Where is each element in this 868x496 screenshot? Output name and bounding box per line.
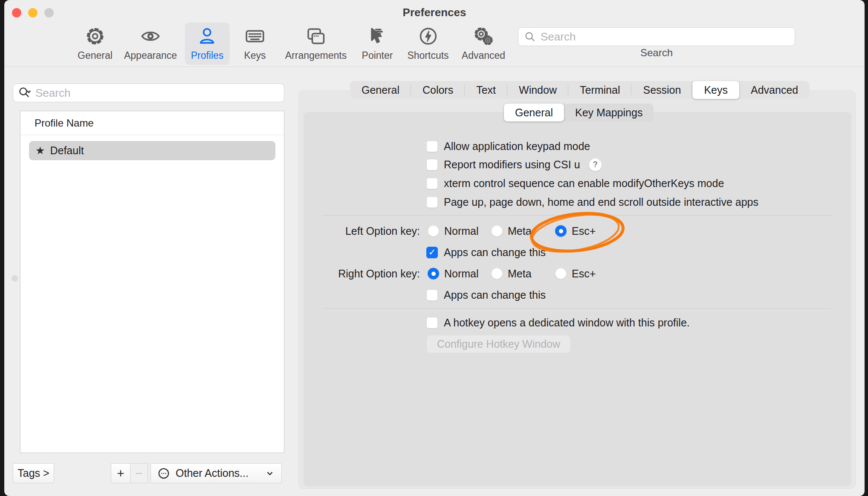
profile-list-item-default[interactable]: ★ Default — [29, 141, 275, 160]
radio-meta[interactable] — [491, 268, 503, 280]
tab-keys[interactable]: Keys — [692, 81, 739, 99]
windows-stack-icon — [305, 25, 327, 47]
section-divider — [322, 215, 832, 216]
toolbar-item-shortcuts[interactable]: Shortcuts — [401, 23, 454, 65]
toolbar-item-appearance[interactable]: Appearance — [118, 23, 183, 65]
eye-icon — [139, 25, 162, 47]
toolbar-search-input[interactable] — [541, 30, 790, 43]
tags-button-label: Tags > — [17, 467, 49, 479]
radio-normal-selected[interactable] — [428, 268, 439, 280]
checkbox-label: Page up, page down, home and end scroll … — [444, 196, 758, 208]
page-scroll-checkbox[interactable] — [426, 196, 438, 208]
bolt-circle-icon — [417, 25, 439, 47]
toolbar-item-label: Profiles — [191, 50, 224, 61]
keypad-mode-checkbox[interactable] — [426, 141, 438, 152]
profile-section-tabs: General Colors Text Window Terminal Sess… — [350, 81, 810, 99]
right-apps-change-checkbox[interactable] — [426, 289, 438, 301]
toolbar-item-general[interactable]: General — [72, 23, 119, 65]
tab-text[interactable]: Text — [465, 81, 507, 99]
preferences-toolbar: General Appearance Profiles — [4, 0, 865, 67]
other-actions-dropdown[interactable]: Other Actions... — [150, 463, 282, 483]
toolbar-item-label: General — [78, 50, 113, 61]
preferences-window: Preferences General Appea — [4, 0, 865, 496]
gear-icon — [84, 25, 106, 47]
toolbar-search-caption: Search — [518, 47, 795, 59]
search-menu-icon — [17, 86, 32, 100]
left-option-meta[interactable]: Meta — [491, 225, 532, 237]
left-option-normal[interactable]: Normal — [428, 225, 479, 237]
toolbar-item-label: Arrangements — [285, 50, 347, 61]
radio-esc[interactable] — [555, 268, 567, 280]
search-icon — [524, 30, 536, 43]
toolbar-item-label: Shortcuts — [407, 50, 448, 61]
right-apps-change-row: Apps can change this — [426, 287, 546, 303]
right-option-meta[interactable]: Meta — [491, 268, 532, 280]
subtab-general[interactable]: General — [504, 104, 564, 121]
configure-hotkey-window-button[interactable]: Configure Hotkey Window — [426, 335, 571, 353]
tab-window[interactable]: Window — [507, 81, 568, 99]
minus-icon: − — [135, 466, 143, 481]
toolbar-item-pointer[interactable]: Pointer — [356, 23, 399, 65]
profile-search-field[interactable] — [13, 84, 284, 102]
hotkey-row: A hotkey opens a dedicated window with t… — [426, 315, 690, 330]
person-icon — [196, 25, 218, 47]
screenshot-root: Preferences General Appea — [0, 0, 868, 496]
checkbox-row-keypad-mode: Allow application keypad mode — [426, 138, 590, 154]
tags-button[interactable]: Tags > — [13, 463, 54, 483]
profile-list: Profile Name ★ Default — [20, 111, 284, 453]
ellipsis-circle-icon — [157, 467, 171, 480]
checkbox-label: Allow application keypad mode — [444, 140, 590, 153]
star-icon: ★ — [35, 145, 45, 156]
checkbox-label: Apps can change this — [444, 289, 546, 301]
checkbox-row-modify-other-keys: xterm control sequence can enable modify… — [426, 176, 724, 191]
chevron-down-icon — [264, 468, 275, 479]
keyboard-icon — [244, 25, 266, 47]
right-option-normal[interactable]: Normal — [428, 268, 479, 280]
toolbar-item-arrangements[interactable]: Arrangements — [279, 23, 353, 65]
right-option-esc[interactable]: Esc+ — [555, 268, 596, 280]
left-apps-change-checkbox[interactable] — [426, 247, 438, 258]
remove-profile-button[interactable]: − — [130, 463, 148, 483]
tab-advanced[interactable]: Advanced — [739, 81, 810, 99]
profile-name: Default — [50, 144, 84, 157]
section-divider — [322, 308, 832, 309]
subtab-key-mappings[interactable]: Key Mappings — [564, 104, 654, 121]
gears-icon — [472, 25, 495, 47]
toolbar-item-profiles[interactable]: Profiles — [185, 23, 230, 65]
divider-handle-dot — [12, 275, 18, 282]
checkbox-row-page-scroll: Page up, page down, home and end scroll … — [426, 194, 758, 210]
add-profile-button[interactable]: + — [111, 463, 130, 483]
tab-general[interactable]: General — [350, 81, 411, 99]
radio-esc-selected[interactable] — [555, 225, 567, 237]
toolbar-item-label: Keys — [244, 50, 266, 61]
modify-other-keys-checkbox[interactable] — [426, 178, 438, 189]
toolbar-item-label: Pointer — [362, 50, 393, 61]
tab-terminal[interactable]: Terminal — [568, 81, 631, 99]
checkbox-label: xterm control sequence can enable modify… — [444, 177, 724, 190]
plus-icon: + — [117, 466, 124, 481]
radio-normal[interactable] — [428, 225, 439, 237]
toolbar-item-advanced[interactable]: Advanced — [456, 23, 511, 65]
toolbar-item-label: Advanced — [462, 50, 505, 61]
hotkey-checkbox[interactable] — [426, 317, 438, 329]
checkbox-label: Apps can change this — [444, 246, 546, 259]
left-option-key-label: Left Option key: — [304, 225, 420, 237]
csi-u-checkbox[interactable] — [426, 159, 438, 170]
radio-meta[interactable] — [491, 225, 503, 237]
profile-search-input[interactable] — [35, 87, 280, 100]
left-option-esc[interactable]: Esc+ — [555, 225, 596, 237]
help-button[interactable]: ? — [589, 158, 602, 171]
tab-colors[interactable]: Colors — [411, 81, 465, 99]
toolbar-item-label: Appearance — [124, 50, 177, 61]
toolbar-item-keys[interactable]: Keys — [238, 23, 272, 65]
tab-session[interactable]: Session — [631, 81, 692, 99]
checkbox-label: A hotkey opens a dedicated window with t… — [444, 317, 690, 329]
keys-general-content: Allow application keypad mode Report mod… — [304, 112, 851, 486]
add-remove-profile-group: + − — [111, 463, 148, 483]
cursor-icon — [366, 25, 388, 47]
toolbar-search-field[interactable] — [518, 27, 795, 46]
other-actions-label: Other Actions... — [176, 467, 259, 479]
checkbox-label: Report modifiers using CSI u — [444, 159, 580, 171]
left-apps-change-row: Apps can change this — [426, 245, 546, 260]
checkbox-row-csi-u: Report modifiers using CSI u ? — [426, 157, 602, 172]
